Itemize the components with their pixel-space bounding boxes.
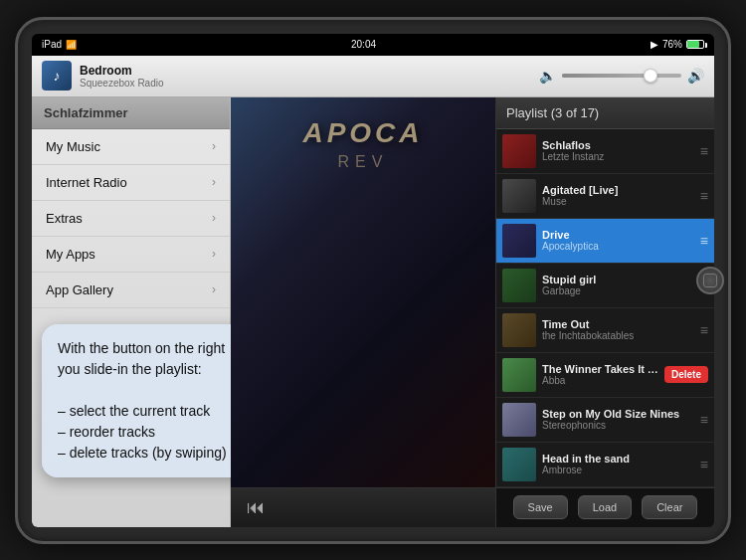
- chevron-icon-4: ›: [212, 282, 216, 296]
- volume-slider[interactable]: [562, 74, 681, 78]
- now-playing-bar: ♪ Bedroom Squeezebox Radio 🔈 🔊: [32, 56, 714, 97]
- track-name-schlaflos: Schlaflos: [542, 139, 696, 151]
- track-name-timeout: Time Out: [542, 318, 696, 330]
- track-thumb-step: [502, 403, 536, 437]
- chevron-icon-1: ›: [212, 175, 216, 189]
- playlist-item-head[interactable]: Head in the sand Ambrose ≡: [496, 443, 714, 487]
- track-name-agitated: Agitated [Live]: [542, 184, 696, 196]
- device-screen: iPad 📶 20:04 ▶ 76% ♪ Bedroom Squeezebox …: [32, 34, 714, 527]
- track-info-agitated: Agitated [Live] Muse: [542, 184, 696, 207]
- chevron-icon-3: ›: [212, 247, 216, 261]
- menu-icon-agitated: ≡: [700, 188, 708, 204]
- track-info-step: Step on My Old Size Nines Stereophonics: [542, 408, 696, 431]
- track-name-step: Step on My Old Size Nines: [542, 408, 696, 420]
- playlist-item-winner[interactable]: The Winner Takes It All Abba Delete: [496, 353, 714, 398]
- volume-control: 🔈 🔊: [293, 68, 704, 84]
- now-playing-subtitle: Squeezebox Radio: [80, 78, 285, 89]
- playlist-panel: Playlist (3 of 17) Schlaflos Letzte Inst…: [495, 97, 714, 527]
- content-area: APOCA REV ⏮: [231, 97, 495, 527]
- volume-low-icon: 🔈: [539, 68, 556, 84]
- track-name-winner: The Winner Takes It All: [542, 363, 660, 375]
- playlist-item-timeout[interactable]: Time Out the Inchtabokatables ≡: [496, 308, 714, 353]
- track-artist-head: Ambrose: [542, 465, 696, 475]
- sidebar-item-app-gallery[interactable]: App Gallery ›: [32, 273, 230, 308]
- track-info-schlaflos: Schlaflos Letzte Instanz: [542, 139, 696, 162]
- sidebar-label-my-apps: My Apps: [46, 247, 95, 262]
- home-button-inner: [703, 274, 717, 287]
- home-button[interactable]: [696, 267, 724, 294]
- menu-icon-step: ≡: [700, 412, 708, 428]
- menu-icon-drive: ≡: [700, 233, 708, 249]
- album-text-overlay: APOCA REV: [241, 117, 485, 171]
- track-info-head: Head in the sand Ambrose: [542, 453, 696, 475]
- track-artist-timeout: the Inchtabokatables: [542, 330, 696, 341]
- load-button[interactable]: Load: [578, 495, 632, 519]
- track-name-drive: Drive: [542, 229, 696, 241]
- rewind-button[interactable]: ⏮: [241, 495, 271, 520]
- track-name-head: Head in the sand: [542, 453, 696, 465]
- playlist-item-schlaflos[interactable]: Schlaflos Letzte Instanz ≡: [496, 129, 714, 174]
- album-subtitle: REV: [241, 153, 485, 171]
- playlist-header: Playlist (3 of 17): [496, 97, 714, 129]
- save-button[interactable]: Save: [513, 495, 568, 519]
- device-label: iPad: [42, 39, 62, 50]
- track-thumb-winner: [502, 358, 536, 392]
- now-playing-info: Bedroom Squeezebox Radio: [80, 64, 285, 89]
- status-left: iPad 📶: [42, 39, 77, 50]
- playlist-footer: Save Load Clear: [496, 487, 714, 527]
- sidebar-header: Schlafzimmer: [32, 97, 230, 129]
- track-info-winner: The Winner Takes It All Abba: [542, 363, 660, 386]
- album-art-background: APOCA REV: [231, 97, 495, 487]
- menu-icon-schlaflos: ≡: [700, 143, 708, 159]
- now-playing-thumb: ♪: [42, 61, 72, 91]
- sidebar-item-internet-radio[interactable]: Internet Radio ›: [32, 165, 230, 201]
- track-artist-winner: Abba: [542, 375, 660, 386]
- track-thumb-stupid: [502, 269, 536, 302]
- track-info-drive: Drive Apocalyptica: [542, 229, 696, 252]
- volume-high-icon: 🔊: [687, 68, 704, 84]
- delete-button-winner[interactable]: Delete: [664, 366, 708, 383]
- main-area: Schlafzimmer My Music › Internet Radio ›…: [32, 97, 714, 527]
- clear-button[interactable]: Clear: [642, 495, 697, 519]
- sidebar-label-internet-radio: Internet Radio: [46, 175, 127, 190]
- sidebar: Schlafzimmer My Music › Internet Radio ›…: [32, 97, 231, 527]
- music-icon: ♪: [54, 68, 61, 84]
- track-artist-drive: Apocalyptica: [542, 241, 696, 252]
- menu-icon-timeout: ≡: [700, 322, 708, 338]
- track-name-stupid: Stupid girl: [542, 274, 696, 285]
- track-artist-stupid: Garbage: [542, 285, 696, 296]
- track-thumb-timeout: [502, 313, 536, 347]
- now-playing-title: Bedroom: [80, 64, 285, 78]
- sidebar-label-my-music: My Music: [46, 139, 100, 154]
- transport-bar: ⏮: [231, 487, 495, 527]
- sidebar-item-my-music[interactable]: My Music ›: [32, 129, 230, 165]
- device-frame: iPad 📶 20:04 ▶ 76% ♪ Bedroom Squeezebox …: [15, 17, 731, 544]
- status-time: 20:04: [351, 39, 376, 50]
- sidebar-item-extras[interactable]: Extras ›: [32, 201, 230, 237]
- track-thumb-agitated: [502, 179, 536, 213]
- wifi-icon: 📶: [66, 40, 77, 50]
- playlist-item-drive[interactable]: Drive Apocalyptica ≡: [496, 219, 714, 264]
- track-info-stupid: Stupid girl Garbage: [542, 274, 696, 296]
- album-title: APOCA: [241, 117, 485, 149]
- playlist-items: Schlaflos Letzte Instanz ≡ Agitated [Liv…: [496, 129, 714, 487]
- track-artist-agitated: Muse: [542, 196, 696, 207]
- sidebar-item-my-apps[interactable]: My Apps ›: [32, 237, 230, 273]
- sidebar-label-app-gallery: App Gallery: [46, 282, 113, 297]
- track-artist-schlaflos: Letzte Instanz: [542, 151, 696, 162]
- playlist-item-stupid-girl[interactable]: Stupid girl Garbage ≡: [496, 264, 714, 308]
- track-thumb-head: [502, 448, 536, 481]
- track-thumb-schlaflos: [502, 134, 536, 168]
- battery-percent: 76%: [662, 39, 682, 50]
- playlist-item-agitated[interactable]: Agitated [Live] Muse ≡: [496, 174, 714, 219]
- status-right: ▶ 76%: [651, 39, 704, 50]
- track-thumb-drive: [502, 224, 536, 258]
- chevron-icon-2: ›: [212, 211, 216, 225]
- status-bar: iPad 📶 20:04 ▶ 76%: [32, 34, 714, 56]
- track-artist-step: Stereophonics: [542, 420, 696, 431]
- track-info-timeout: Time Out the Inchtabokatables: [542, 318, 696, 341]
- playlist-item-step[interactable]: Step on My Old Size Nines Stereophonics …: [496, 398, 714, 443]
- menu-icon-head: ≡: [700, 457, 708, 472]
- battery-icon: [686, 40, 704, 49]
- sidebar-label-extras: Extras: [46, 211, 83, 226]
